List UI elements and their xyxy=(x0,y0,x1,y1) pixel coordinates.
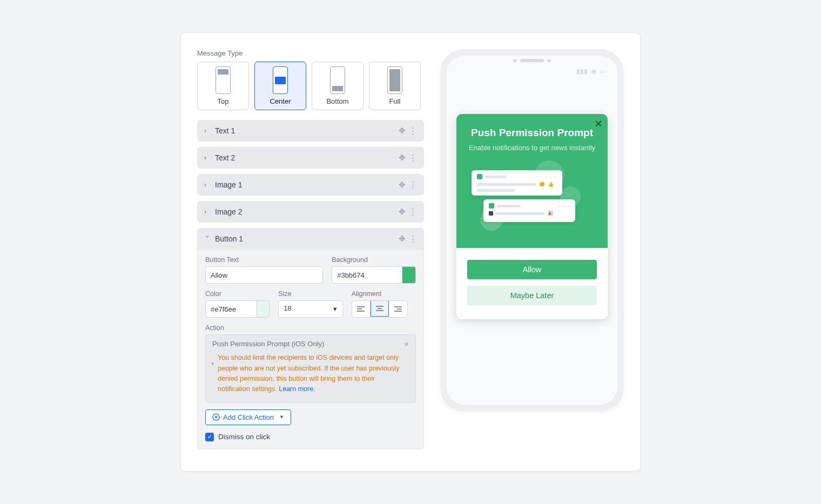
more-icon[interactable]: ⋮ xyxy=(409,180,417,190)
action-name: Push Permission Prompt (iOS Only) xyxy=(212,340,404,348)
action-hint: You should limit the recipients to iOS d… xyxy=(206,353,415,402)
block-header[interactable]: › Image 1 ✥ ⋮ xyxy=(198,174,423,195)
checkbox-checked-icon[interactable]: ✓ xyxy=(205,433,214,441)
chevron-right-icon: › xyxy=(204,208,211,216)
message-type-full[interactable]: Full xyxy=(369,62,421,110)
block-image1: › Image 1 ✥ ⋮ xyxy=(197,174,424,196)
drag-handle-icon[interactable]: ✥ xyxy=(399,126,406,136)
close-icon[interactable]: ✕ xyxy=(595,118,602,130)
block-title: Text 1 xyxy=(215,126,399,135)
remove-action-button[interactable]: × xyxy=(404,339,409,348)
message-type-label: Top xyxy=(218,97,229,105)
notification-card-icon: • • • 🎉 xyxy=(483,199,575,222)
drag-handle-icon[interactable]: ✥ xyxy=(399,234,406,244)
add-click-action-button[interactable]: Add Click Action ▼ xyxy=(205,409,291,425)
background-label: Background xyxy=(332,256,416,264)
block-button1: › Button 1 ✥ ⋮ Button Text Background xyxy=(197,228,424,449)
chevron-down-icon: ▼ xyxy=(332,306,338,312)
plus-circle-icon xyxy=(212,413,220,421)
preview-title: Push Permission Prompt xyxy=(467,127,597,139)
chevron-right-icon: › xyxy=(204,181,211,189)
align-left-button[interactable] xyxy=(352,301,371,317)
size-select[interactable]: 18 ▼ xyxy=(278,300,342,318)
more-icon[interactable]: ⋮ xyxy=(409,126,417,136)
phone-notch xyxy=(513,59,551,62)
block-title: Image 2 xyxy=(215,207,399,216)
preview-message-card: ✕ Push Permission Prompt Enable notifica… xyxy=(456,114,608,319)
block-title: Image 1 xyxy=(215,180,399,189)
signal-icon: ▮▮▮ xyxy=(576,68,588,75)
wifi-icon: ◉ xyxy=(591,68,596,75)
message-type-center[interactable]: Center xyxy=(254,62,306,110)
phone-layout-icon xyxy=(273,66,288,94)
more-icon[interactable]: ⋮ xyxy=(409,207,417,217)
message-type-picker: Top Center Bottom Full xyxy=(197,62,424,110)
button-text-input[interactable] xyxy=(205,266,323,284)
message-type-label: Message Type xyxy=(197,49,424,57)
alignment-label: Alignment xyxy=(352,290,416,298)
block-header[interactable]: › Text 2 ✥ ⋮ xyxy=(198,147,423,168)
phone-layout-icon xyxy=(387,66,402,94)
align-center-icon xyxy=(375,305,384,312)
preview-allow-button[interactable]: Allow xyxy=(467,260,597,279)
size-label: Size xyxy=(278,290,342,298)
action-label: Action xyxy=(205,324,416,332)
block-image2: › Image 2 ✥ ⋮ xyxy=(197,201,424,223)
block-text1: › Text 1 ✥ ⋮ xyxy=(197,120,424,142)
color-label: Color xyxy=(205,290,270,298)
message-type-label: Full xyxy=(389,97,401,105)
block-header[interactable]: › Text 1 ✥ ⋮ xyxy=(198,120,423,141)
drag-handle-icon[interactable]: ✥ xyxy=(399,180,406,190)
preview-maybe-later-button[interactable]: Maybe Later xyxy=(467,286,597,305)
dismiss-label: Dismiss on click xyxy=(218,433,270,441)
block-text2: › Text 2 ✥ ⋮ xyxy=(197,147,424,169)
chevron-right-icon: › xyxy=(204,154,211,162)
background-swatch[interactable] xyxy=(402,266,416,284)
align-center-button[interactable] xyxy=(371,300,389,317)
message-type-label: Bottom xyxy=(326,97,348,105)
block-header[interactable]: › Button 1 ✥ ⋮ xyxy=(198,229,423,249)
preview-illustration: • • • 😊👍 • • • 🎉 xyxy=(467,160,597,236)
block-title: Text 2 xyxy=(215,153,399,162)
preview-subtitle: Enable notifications to get news instant… xyxy=(467,143,597,153)
editor-panel: Message Type Top Center Bottom Full › xyxy=(180,32,641,472)
alignment-group xyxy=(352,300,408,318)
align-right-button[interactable] xyxy=(389,301,407,317)
message-type-bottom[interactable]: Bottom xyxy=(312,62,364,110)
message-type-top[interactable]: Top xyxy=(197,62,249,110)
align-left-icon xyxy=(356,306,365,312)
button-text-label: Button Text xyxy=(205,256,323,264)
block-header[interactable]: › Image 2 ✥ ⋮ xyxy=(198,201,423,222)
block-body: Button Text Background Color xyxy=(198,249,423,449)
more-icon[interactable]: ⋮ xyxy=(409,234,417,244)
preview-buttons: Allow Maybe Later xyxy=(456,248,608,319)
chevron-down-icon: › xyxy=(204,236,211,242)
chevron-right-icon: › xyxy=(204,127,211,135)
phone-layout-icon xyxy=(216,66,231,94)
preview-header: ✕ Push Permission Prompt Enable notifica… xyxy=(456,114,608,248)
drag-handle-icon[interactable]: ✥ xyxy=(399,153,406,163)
phone-preview-frame: ▮▮▮ ◉ ▭ ✕ Push Permission Prompt Enable … xyxy=(440,49,624,411)
phone-layout-icon xyxy=(330,66,345,94)
notification-card-icon: • • • 😊👍 xyxy=(472,170,562,196)
add-action-label: Add Click Action xyxy=(223,413,274,421)
action-item: Push Permission Prompt (iOS Only) × You … xyxy=(205,334,416,403)
chevron-down-icon: ▼ xyxy=(279,414,284,420)
dismiss-on-click-row[interactable]: ✓ Dismiss on click xyxy=(205,433,416,441)
status-bar-icons: ▮▮▮ ◉ ▭ xyxy=(576,68,605,75)
drag-handle-icon[interactable]: ✥ xyxy=(399,207,406,217)
more-icon[interactable]: ⋮ xyxy=(409,153,417,163)
background-color-input[interactable] xyxy=(332,266,402,284)
align-right-icon xyxy=(394,306,402,312)
size-value: 18 xyxy=(284,304,291,312)
preview-column: ▮▮▮ ◉ ▭ ✕ Push Permission Prompt Enable … xyxy=(440,49,624,455)
editor-column: Message Type Top Center Bottom Full › xyxy=(197,49,424,455)
block-title: Button 1 xyxy=(215,234,399,243)
message-type-label: Center xyxy=(270,97,291,105)
text-color-input[interactable] xyxy=(205,300,257,318)
text-color-swatch[interactable] xyxy=(257,300,270,318)
battery-icon: ▭ xyxy=(600,68,605,75)
learn-more-link[interactable]: Learn more. xyxy=(279,385,315,393)
